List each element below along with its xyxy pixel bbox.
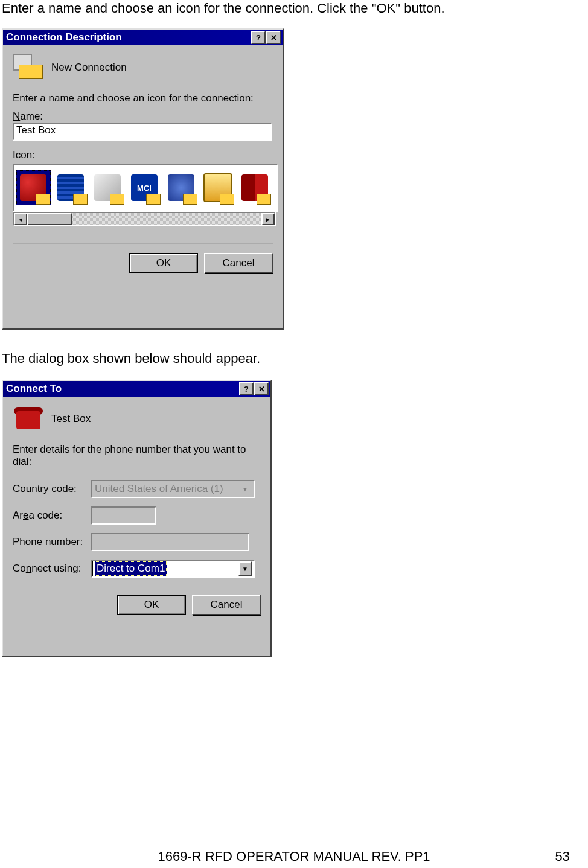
dialog-heading: Test Box: [51, 413, 91, 425]
connection-icon: [13, 54, 45, 81]
ok-button[interactable]: OK: [129, 253, 198, 273]
icon-option-globe[interactable]: [54, 171, 88, 205]
scroll-right-icon[interactable]: ►: [261, 213, 275, 225]
chevron-down-icon: ▼: [238, 482, 252, 496]
icon-option-umbrella[interactable]: [238, 171, 271, 205]
dialog-heading: New Connection: [51, 62, 127, 74]
close-button[interactable]: ✕: [266, 31, 281, 44]
icon-option-ge[interactable]: [164, 171, 197, 205]
icon-label: Icon:: [13, 149, 273, 161]
phone-icon: [13, 405, 45, 433]
instruction-text: Enter a name and choose an icon for the …: [13, 92, 273, 104]
connect-using-select[interactable]: Direct to Com1 ▼: [91, 560, 255, 578]
connect-using-label: Connect using:: [13, 563, 91, 575]
page-number: 53: [555, 849, 570, 864]
icon-picker[interactable]: MCI: [13, 164, 278, 212]
connection-description-dialog: Connection Description ? ✕ New Connectio…: [2, 28, 284, 330]
close-button[interactable]: ✕: [254, 382, 269, 395]
separator: [13, 243, 273, 244]
help-button[interactable]: ?: [239, 382, 254, 395]
intro-text-1: Enter a name and choose an icon for the …: [2, 0, 445, 18]
icon-option-phone[interactable]: [16, 170, 51, 205]
scroll-thumb[interactable]: [27, 213, 72, 225]
intro-text-2: The dialog box shown below should appear…: [2, 350, 260, 368]
connect-to-dialog: Connect To ? ✕ Test Box Enter details fo…: [2, 380, 272, 657]
cancel-button[interactable]: Cancel: [204, 253, 273, 273]
icon-option-mci[interactable]: MCI: [128, 171, 161, 205]
footer-text: 1669-R RFD OPERATOR MANUAL REV. PP1: [0, 849, 588, 864]
country-code-select: United States of America (1) ▼: [91, 480, 255, 498]
help-button[interactable]: ?: [251, 31, 266, 44]
dialog-title: Connection Description: [5, 31, 251, 43]
area-code-input: [91, 506, 156, 525]
ok-button[interactable]: OK: [117, 595, 186, 615]
chevron-down-icon[interactable]: ▼: [238, 561, 252, 576]
phone-number-input: [91, 533, 249, 551]
titlebar[interactable]: Connect To ? ✕: [3, 381, 270, 397]
area-code-label: Area code:: [13, 509, 91, 522]
icon-scrollbar[interactable]: ◄ ►: [13, 212, 276, 226]
cancel-button[interactable]: Cancel: [192, 595, 261, 615]
scroll-left-icon[interactable]: ◄: [14, 213, 27, 225]
name-label: Name:: [13, 110, 273, 123]
icon-option-news[interactable]: [91, 171, 124, 205]
titlebar[interactable]: Connection Description ? ✕: [3, 30, 283, 45]
instruction-text: Enter details for the phone number that …: [13, 444, 261, 468]
icon-option-doc[interactable]: [201, 171, 234, 205]
country-code-label: Country code:: [13, 483, 91, 495]
phone-number-label: Phone number:: [13, 536, 91, 548]
dialog-title: Connect To: [5, 383, 238, 395]
name-input[interactable]: Test Box: [13, 123, 272, 141]
